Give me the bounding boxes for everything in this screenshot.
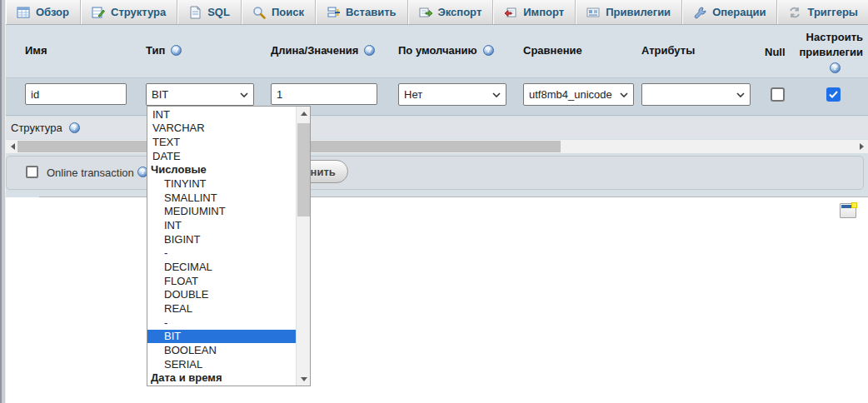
- tab-export[interactable]: Экспорт: [408, 0, 494, 24]
- collation-select-value: utf8mb4_unicode: [529, 88, 612, 101]
- vertical-scrollbar-thumb[interactable]: [297, 123, 310, 216]
- online-transaction-checkbox[interactable]: [26, 166, 38, 178]
- browse-table-icon: [17, 6, 30, 19]
- tab-triggers[interactable]: Триггеры: [777, 0, 868, 24]
- scroll-down-button[interactable]: [297, 372, 311, 386]
- tab-label: Триггеры: [807, 6, 857, 18]
- tab-label: Привилегии: [606, 6, 671, 18]
- help-icon[interactable]: ?: [364, 45, 375, 56]
- scroll-up-button[interactable]: [297, 107, 311, 120]
- column-header-label: привилегии: [763, 45, 863, 60]
- help-icon[interactable]: ?: [69, 122, 80, 133]
- length-input[interactable]: [271, 83, 377, 105]
- tab-label: Поиск: [272, 6, 304, 18]
- dropdown-option[interactable]: BIGINT: [147, 232, 296, 246]
- dropdown-option[interactable]: DECIMAL: [147, 260, 296, 274]
- dropdown-option[interactable]: INT: [147, 218, 296, 232]
- privileges-checkbox[interactable]: [826, 87, 841, 102]
- tab-import[interactable]: Импорт: [493, 0, 576, 24]
- null-checkbox[interactable]: [771, 87, 785, 102]
- type-select[interactable]: BIT: [146, 83, 254, 106]
- column-header-label: Настроить: [763, 30, 863, 45]
- dropdown-option[interactable]: DOUBLE: [147, 288, 296, 302]
- up-arrow-icon: [301, 112, 307, 116]
- insert-icon: [327, 6, 340, 19]
- dropdown-option[interactable]: MEDIUMINT: [147, 205, 296, 219]
- column-header-collation: Сравнение: [523, 44, 582, 57]
- dropdown-option[interactable]: VARCHAR: [147, 122, 296, 136]
- privileges-icon: [586, 6, 600, 19]
- column-header-name: Имя: [25, 44, 47, 57]
- tab-search[interactable]: Поиск: [242, 0, 316, 24]
- tab-insert[interactable]: Вставить: [316, 0, 408, 24]
- column-header-default: По умолчанию ?: [398, 44, 494, 57]
- phpmyadmin-table-page: Обзор Структура SQL Поиск Вставить Экспо…: [0, 0, 868, 403]
- column-header-label: По умолчанию: [398, 44, 477, 57]
- column-header-length: Длина/Значения ?: [271, 44, 375, 57]
- structure-icon: [92, 6, 105, 19]
- column-header-label: Сравнение: [523, 44, 582, 57]
- tab-sql[interactable]: SQL: [177, 0, 242, 24]
- column-header-privileges: Настроить привилегии: [763, 30, 863, 60]
- attributes-select[interactable]: [641, 83, 751, 106]
- column-header-label: Атрибуты: [641, 44, 695, 57]
- chevron-down-icon: [492, 92, 501, 97]
- tab-label: Структура: [111, 6, 166, 18]
- search-icon: [252, 6, 266, 19]
- dropdown-option[interactable]: -: [147, 316, 296, 330]
- dropdown-option[interactable]: TINYINT: [147, 177, 296, 191]
- chevron-down-icon: [736, 92, 745, 97]
- window-highlight-dot: [851, 202, 857, 208]
- export-icon: [419, 6, 432, 19]
- page-tabbar: Обзор Структура SQL Поиск Вставить Экспо…: [6, 0, 868, 25]
- dropdown-option[interactable]: REAL: [147, 301, 296, 316]
- horizontal-scrollbar[interactable]: [6, 140, 868, 153]
- dropdown-vertical-scrollbar[interactable]: [296, 107, 310, 386]
- dropdown-option-selected[interactable]: BIT: [147, 330, 296, 344]
- column-header-label: Длина/Значения: [271, 44, 358, 57]
- dropdown-option[interactable]: SERIAL: [147, 357, 296, 371]
- scroll-right-button[interactable]: [855, 140, 868, 153]
- default-select-value: Нет: [404, 88, 422, 101]
- table-options-panel: Online transaction ? Сохранить: [6, 156, 864, 190]
- tab-label: Операции: [712, 6, 766, 18]
- sql-icon: [188, 6, 202, 19]
- panel-resize-strip[interactable]: [0, 0, 6, 403]
- dropdown-optgroup-label: Дата и время: [147, 371, 296, 385]
- collation-select[interactable]: utf8mb4_unicode: [523, 83, 634, 106]
- tab-privileges[interactable]: Привилегии: [576, 0, 682, 24]
- type-select-value: BIT: [152, 88, 168, 101]
- dropdown-option[interactable]: INT: [147, 107, 296, 122]
- left-arrow-icon: [11, 143, 15, 150]
- default-select[interactable]: Нет: [398, 83, 506, 106]
- dropdown-option[interactable]: DATE: [147, 149, 296, 163]
- column-header-label: Тип: [146, 44, 165, 57]
- dropdown-option[interactable]: SMALLINT: [147, 191, 296, 205]
- dropdown-optgroup-label: Числовые: [147, 163, 296, 177]
- triggers-icon: [788, 6, 801, 19]
- tab-label: Вставить: [346, 6, 397, 18]
- column-header-label: Имя: [25, 44, 47, 57]
- structure-section-header: Структура ?: [6, 117, 868, 139]
- down-arrow-icon: [301, 377, 307, 381]
- type-dropdown-list: INT VARCHAR TEXT DATE Числовые TINYINT S…: [147, 106, 311, 386]
- chevron-down-icon: [240, 92, 248, 97]
- type-dropdown-items: INT VARCHAR TEXT DATE Числовые TINYINT S…: [147, 107, 296, 385]
- import-icon: [504, 6, 517, 19]
- tab-structure[interactable]: Структура: [81, 0, 177, 24]
- dropdown-option[interactable]: FLOAT: [147, 274, 296, 288]
- tab-label: SQL: [207, 6, 230, 18]
- tab-label: Импорт: [523, 6, 564, 18]
- tab-label: Обзор: [36, 6, 69, 18]
- dropdown-option[interactable]: BOOLEAN: [147, 343, 296, 357]
- help-icon[interactable]: ?: [483, 45, 494, 56]
- help-icon[interactable]: ?: [171, 45, 182, 56]
- dropdown-option[interactable]: TEXT: [147, 135, 296, 149]
- help-icon[interactable]: ?: [830, 62, 841, 73]
- open-window-icon[interactable]: [840, 203, 856, 218]
- dropdown-option[interactable]: -: [147, 246, 296, 261]
- tab-operations[interactable]: Операции: [682, 0, 777, 24]
- tab-label: Экспорт: [438, 6, 482, 18]
- column-name-input[interactable]: [25, 83, 127, 105]
- tab-browse[interactable]: Обзор: [6, 0, 81, 24]
